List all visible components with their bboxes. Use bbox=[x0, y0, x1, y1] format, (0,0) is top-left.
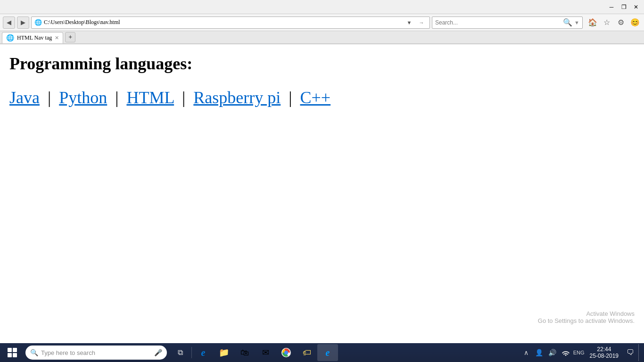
file-explorer-icon: 📁 bbox=[219, 347, 229, 358]
start-button[interactable] bbox=[2, 344, 23, 361]
separator-1: | bbox=[48, 88, 51, 107]
title-bar: ─ ❐ ✕ bbox=[0, 0, 644, 14]
tray-wifi-icon[interactable] bbox=[560, 344, 572, 361]
windows-logo-icon bbox=[8, 348, 17, 357]
nav-link-python[interactable]: Python bbox=[59, 88, 107, 107]
settings-button[interactable]: ⚙ bbox=[615, 16, 627, 29]
separator-4: | bbox=[289, 88, 292, 107]
taskbar-tray: ∧ 👤 🔊 ENG 22:44 25-08-2019 🗨 bbox=[520, 344, 642, 361]
feedback-icon: 🏷 bbox=[303, 348, 311, 358]
tab-html-nav[interactable]: 🌐 HTML Nav tag ✕ bbox=[2, 32, 63, 43]
back-button[interactable]: ◀ bbox=[3, 16, 15, 29]
address-text: C:\Users\Desktop\Blogs\nav.html bbox=[44, 19, 402, 26]
task-view-icon: ⧉ bbox=[178, 348, 183, 357]
taskbar-search-placeholder: Type here to search bbox=[41, 349, 95, 356]
forward-button[interactable]: ▶ bbox=[17, 16, 29, 29]
new-tab-button[interactable]: + bbox=[65, 32, 75, 42]
taskbar-search-bar[interactable]: 🔍 Type here to search 🎤 bbox=[25, 346, 167, 360]
taskbar-app-edge[interactable]: e bbox=[193, 344, 214, 361]
address-bar: ◀ ▶ 🌐 C:\Users\Desktop\Blogs\nav.html ▼ … bbox=[0, 14, 644, 31]
search-dropdown-icon[interactable]: ▼ bbox=[574, 20, 579, 25]
page-icon: 🌐 bbox=[34, 19, 42, 26]
search-icon: 🔍 bbox=[563, 18, 572, 27]
ie-icon: e bbox=[326, 347, 330, 358]
taskbar-app-store[interactable]: 🛍 bbox=[234, 344, 255, 361]
tray-network-icon[interactable]: 👤 bbox=[533, 344, 545, 361]
address-box[interactable]: 🌐 C:\Users\Desktop\Blogs\nav.html ▼ → bbox=[31, 16, 430, 29]
minimize-button[interactable]: ─ bbox=[605, 2, 618, 12]
mail-icon: ✉ bbox=[262, 347, 269, 358]
restore-button[interactable]: ❐ bbox=[618, 2, 630, 12]
page-heading: Programming languages: bbox=[9, 54, 635, 74]
nav-link-html[interactable]: HTML bbox=[126, 88, 174, 107]
clock-time: 22:44 bbox=[597, 346, 611, 353]
tab-bar: 🌐 HTML Nav tag ✕ + bbox=[0, 31, 644, 44]
tray-lang-label[interactable]: ENG bbox=[573, 344, 585, 361]
taskbar-app-mail[interactable]: ✉ bbox=[255, 344, 276, 361]
emoji-button[interactable]: 😊 bbox=[629, 16, 641, 29]
nav-link-cpp[interactable]: C++ bbox=[300, 88, 331, 107]
svg-point-2 bbox=[284, 351, 288, 354]
tab-close-button[interactable]: ✕ bbox=[55, 35, 59, 41]
taskbar: 🔍 Type here to search 🎤 ⧉ e 📁 🛍 ✉ 🏷 bbox=[0, 343, 644, 362]
separator-2: | bbox=[115, 88, 118, 107]
favorites-button[interactable]: ☆ bbox=[601, 16, 613, 29]
taskbar-clock[interactable]: 22:44 25-08-2019 bbox=[586, 346, 622, 359]
store-icon: 🛍 bbox=[240, 348, 249, 358]
clock-date: 25-08-2019 bbox=[590, 353, 619, 359]
taskbar-divider bbox=[191, 347, 192, 358]
taskbar-app-explorer[interactable]: 📁 bbox=[214, 344, 234, 361]
search-input[interactable] bbox=[435, 19, 561, 26]
home-button[interactable]: 🏠 bbox=[586, 16, 599, 29]
separator-3: | bbox=[182, 88, 185, 107]
address-go-button[interactable]: → bbox=[416, 17, 427, 28]
taskbar-app-chrome[interactable] bbox=[276, 344, 297, 361]
nav-link-raspberry[interactable]: Raspberry pi bbox=[193, 88, 281, 107]
taskbar-app-ie[interactable]: e bbox=[317, 344, 338, 361]
chrome-icon bbox=[281, 348, 291, 357]
notification-icon: 🗨 bbox=[627, 348, 634, 357]
tab-label: HTML Nav tag bbox=[17, 34, 52, 41]
tray-speakers-icon[interactable]: 🔊 bbox=[546, 344, 559, 361]
tab-favicon: 🌐 bbox=[6, 34, 14, 42]
search-box[interactable]: 🔍 ▼ bbox=[432, 16, 583, 29]
tray-chevron[interactable]: ∧ bbox=[520, 344, 532, 361]
taskbar-search-icon: 🔍 bbox=[30, 349, 38, 357]
address-dropdown-button[interactable]: ▼ bbox=[404, 17, 414, 28]
taskbar-app-task-view[interactable]: ⧉ bbox=[170, 344, 190, 361]
taskbar-app-feedback[interactable]: 🏷 bbox=[297, 344, 317, 361]
nav-link-java[interactable]: Java bbox=[9, 88, 40, 107]
show-desktop-button[interactable] bbox=[638, 344, 642, 361]
browser-content: Programming languages: Java | Python | H… bbox=[0, 44, 644, 343]
notification-button[interactable]: 🗨 bbox=[623, 344, 637, 361]
edge-icon: e bbox=[201, 347, 206, 358]
close-button[interactable]: ✕ bbox=[630, 2, 642, 12]
toolbar-icons: 🏠 ☆ ⚙ 😊 bbox=[586, 16, 641, 29]
nav-links: Java | Python | HTML | Raspberry pi | C+… bbox=[9, 88, 635, 107]
taskbar-mic-icon[interactable]: 🎤 bbox=[154, 349, 162, 357]
